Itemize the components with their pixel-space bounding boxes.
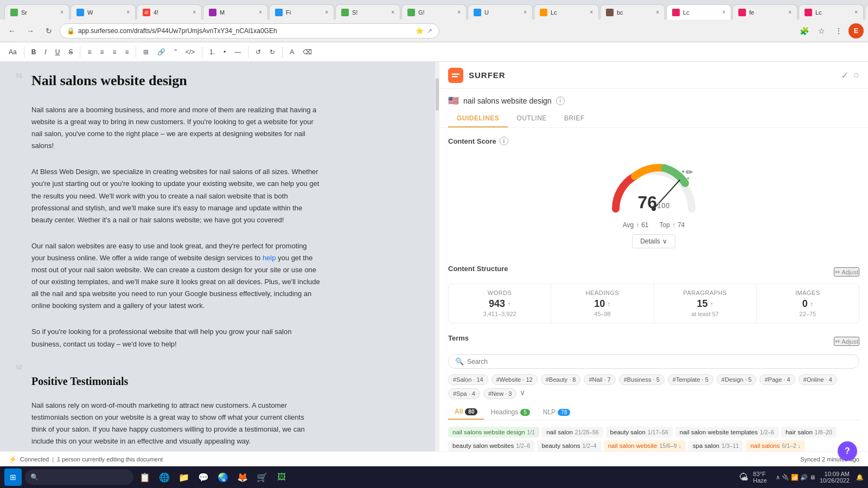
taskbar-teams[interactable]: 💬 — [195, 469, 212, 485]
para-2[interactable]: At Bless Web Design, we specialize in cr… — [31, 166, 320, 226]
term-nail-salon-website[interactable]: nail salon website 15/6–9 ↓ — [604, 440, 686, 451]
para-1[interactable]: Nail salons are a booming business, and … — [31, 104, 320, 152]
tab-outline[interactable]: OUTLINE — [508, 110, 556, 127]
profile-btn[interactable]: E — [848, 23, 864, 38]
tab-8[interactable]: U × — [468, 4, 533, 20]
align-right-btn[interactable]: ≡ — [109, 45, 119, 59]
tab-5[interactable]: Fi × — [269, 4, 334, 20]
editor-scrollbar[interactable] — [435, 62, 439, 451]
quote-btn[interactable]: " — [171, 45, 180, 59]
taskbar-firefox[interactable]: 🦊 — [234, 469, 251, 485]
extensions-btn[interactable]: 🧩 — [796, 23, 812, 38]
tag-new[interactable]: #New · 3 — [483, 388, 516, 399]
code-btn[interactable]: </> — [182, 45, 198, 59]
tab-14[interactable]: o × — [865, 4, 868, 20]
taskbar-edge[interactable]: 🌐 — [156, 469, 173, 485]
tag-design[interactable]: #Design · 5 — [717, 374, 757, 385]
notification-btn[interactable]: 🔔 — [856, 474, 864, 481]
font-size-btn[interactable]: Aa — [5, 45, 20, 59]
keyword-info-icon[interactable]: i — [556, 97, 565, 105]
tag-online[interactable]: #Online · 4 — [799, 374, 837, 385]
para-4[interactable]: So if you're looking for a professional … — [31, 326, 320, 350]
tab-13[interactable]: Lc × — [799, 4, 864, 20]
term-nail-salons[interactable]: nail salons 6/1–2 ↓ — [746, 440, 805, 451]
tab-7[interactable]: G! × — [401, 4, 467, 20]
bold-btn[interactable]: B — [28, 45, 40, 59]
term-nail-salon-website-templates[interactable]: nail salon website templates 1/2–6 — [675, 427, 778, 438]
eraser-btn[interactable]: ⌫ — [299, 45, 315, 59]
taskbar-chrome[interactable]: 🌏 — [215, 469, 231, 485]
article-h1[interactable]: Nail salons website design — [31, 73, 187, 89]
start-btn[interactable]: ⊞ — [4, 468, 22, 486]
tag-business[interactable]: #Business · 5 — [619, 374, 665, 385]
surfer-check-btn[interactable]: ✓ — [841, 69, 849, 81]
tab-guidelines[interactable]: GUIDELINES — [448, 110, 508, 127]
tab-4[interactable]: M × — [203, 4, 268, 20]
tab-brief[interactable]: BRIEF — [556, 110, 593, 127]
term-beauty-salons[interactable]: beauty salons 1/2–4 — [537, 440, 601, 451]
bullet-list-btn[interactable]: • — [220, 45, 229, 59]
undo-btn[interactable]: ↺ — [252, 45, 264, 59]
taskbar-store[interactable]: 🛒 — [254, 469, 270, 485]
divider-btn[interactable]: — — [231, 45, 244, 59]
underline-btn[interactable]: U — [52, 45, 63, 59]
redo-btn[interactable]: ↻ — [266, 45, 278, 59]
filter-headings[interactable]: Headings 5 — [484, 404, 536, 420]
tab-9[interactable]: Lc × — [534, 4, 599, 20]
forward-btn[interactable]: → — [23, 23, 38, 38]
term-hair-salon[interactable]: hair salon 1/8–20 — [781, 427, 837, 438]
tag-template[interactable]: #Template · 5 — [668, 374, 713, 385]
content-score-info[interactable]: i — [500, 137, 508, 145]
editor-scroll[interactable]: h1 Nail salons website design p Nail sal… — [0, 62, 435, 451]
bookmark-btn[interactable]: ☆ — [814, 23, 829, 38]
tags-expand-btn[interactable]: ∨ — [520, 388, 525, 399]
address-bar[interactable]: 🔒 app.surferseo.com/drafts/s/P44Uw7prUmj… — [60, 23, 439, 38]
term-beauty-salon-websites[interactable]: beauty salon websites 1/2–6 — [448, 440, 534, 451]
ordered-list-btn[interactable]: 1. — [206, 45, 218, 59]
tab-close-btn[interactable]: × — [722, 9, 725, 15]
terms-search-input[interactable] — [467, 358, 852, 365]
tag-spa[interactable]: #Spa · 4 — [448, 388, 480, 399]
article-h2-1[interactable]: Positive Testimonials — [31, 375, 128, 388]
structure-adjust-btn[interactable]: ⇔ Adjust — [834, 267, 859, 277]
para-5[interactable]: Nail salons rely on word-of-mouth market… — [31, 400, 320, 447]
tag-nail[interactable]: #Nail · 7 — [584, 374, 615, 385]
tab-3[interactable]: 4! 4! × — [137, 4, 202, 20]
tab-10[interactable]: bc × — [600, 4, 665, 20]
tab-2[interactable]: W × — [71, 4, 136, 20]
filter-all[interactable]: All 80 — [448, 404, 484, 420]
term-nail-salons-website-design[interactable]: nail salons website design 1/1 — [448, 427, 539, 438]
image-btn[interactable]: ⊞ — [140, 45, 152, 59]
taskbar-search[interactable]: 🔍 — [25, 470, 133, 485]
taskbar-photos[interactable]: 🖼 — [273, 469, 290, 485]
tag-beauty[interactable]: #Beauty · 8 — [541, 374, 581, 385]
tag-page[interactable]: #Page · 4 — [760, 374, 795, 385]
align-justify-btn[interactable]: ≡ — [122, 45, 132, 59]
taskbar-explorer[interactable]: 📁 — [176, 469, 192, 485]
panel-body[interactable]: Content Score i — [439, 128, 868, 451]
term-spa-salon[interactable]: spa salon 1/3–11 — [688, 440, 743, 451]
surfer-circle-btn[interactable]: ○ — [853, 69, 859, 81]
para-3[interactable]: Our nail salon websites are easy to use … — [31, 240, 320, 312]
terms-search-box[interactable]: 🔍 — [448, 354, 859, 369]
reload-btn[interactable]: ↻ — [41, 23, 56, 38]
tab-12[interactable]: fe × — [732, 4, 797, 20]
taskbar-widgets[interactable]: 📋 — [137, 469, 153, 485]
align-left-btn[interactable]: ≡ — [84, 45, 94, 59]
details-btn[interactable]: Details ∨ — [632, 234, 675, 248]
tab-6[interactable]: S! × — [335, 4, 400, 20]
strikethrough-btn[interactable]: S — [65, 45, 76, 59]
link-btn[interactable]: 🔗 — [154, 45, 169, 59]
tag-salon[interactable]: #Salon · 14 — [448, 374, 488, 385]
term-beauty-salon[interactable]: beauty salon 1/17–56 — [606, 427, 673, 438]
back-btn[interactable]: ← — [4, 23, 20, 38]
terms-adjust-btn[interactable]: ⇔ Adjust — [834, 337, 859, 346]
align-center-btn[interactable]: ≡ — [97, 45, 107, 59]
filter-nlp[interactable]: NLP 78 — [537, 404, 577, 420]
tab-active[interactable]: Lc × — [666, 4, 731, 20]
highlight-btn[interactable]: A — [286, 45, 297, 59]
settings-btn[interactable]: ⋮ — [831, 23, 846, 38]
tag-website[interactable]: #Website · 12 — [492, 374, 538, 385]
italic-btn[interactable]: I — [41, 45, 49, 59]
tab-1[interactable]: Sr × — [4, 4, 69, 20]
